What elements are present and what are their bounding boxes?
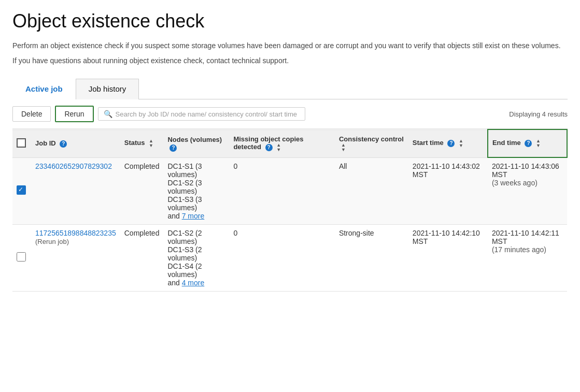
node-entry: DC1-S3 (2 volumes): [167, 245, 225, 262]
consistency-sort-icon[interactable]: ▲▼: [341, 143, 346, 152]
results-count: Displaying 4 results: [509, 110, 568, 118]
start-time-sort-icon[interactable]: ▲▼: [459, 139, 463, 148]
nodes-more-link[interactable]: 7 more: [182, 212, 205, 220]
th-nodes-label: Nodes (volumes): [167, 136, 222, 143]
row-consistency: All: [335, 157, 408, 224]
end-time-help-icon[interactable]: ?: [525, 140, 532, 147]
row-start-time: 2021-11-10 14:42:10 MST: [408, 224, 488, 291]
rerun-label: (Rerun job): [35, 238, 69, 245]
row-end-time: 2021-11-10 14:43:06 MST(3 weeks ago): [488, 157, 567, 224]
tab-job-history[interactable]: Job history: [76, 79, 139, 99]
th-nodes: Nodes (volumes) ?: [163, 129, 229, 157]
nodes-more: and 4 more: [167, 279, 225, 287]
table-row: 2334602652907829302CompletedDC1-S1 (3 vo…: [12, 157, 567, 224]
tabs-container: Active job Job history: [12, 79, 568, 99]
node-entry: DC1-S3 (3 volumes): [167, 195, 225, 212]
page-title: Object existence check: [12, 10, 568, 32]
delete-button[interactable]: Delete: [12, 106, 51, 122]
row-checkbox-cell[interactable]: [12, 224, 31, 291]
th-missing: Missing object copies detected ? ▲▼: [229, 129, 334, 157]
nodes-more: and 7 more: [167, 212, 225, 220]
row-job-id: 2334602652907829302: [31, 157, 120, 224]
node-entry: DC1-S2 (2 volumes): [167, 229, 225, 245]
th-consistency: Consistency control ▲▼: [335, 129, 408, 157]
row-checkbox-cell[interactable]: [12, 157, 31, 224]
status-sort-icon[interactable]: ▲▼: [149, 139, 153, 148]
select-all-checkbox[interactable]: [17, 138, 26, 148]
row-start-time: 2021-11-10 14:43:02 MST: [408, 157, 488, 224]
table-body: 2334602652907829302CompletedDC1-S1 (3 vo…: [12, 157, 567, 291]
th-end-time-label: End time: [492, 139, 521, 147]
th-start-time-label: Start time: [413, 139, 444, 147]
node-entry: DC1-S4 (2 volumes): [167, 262, 225, 279]
description-2: If you have questions about running obje…: [12, 55, 568, 66]
job-id-help-icon[interactable]: ?: [60, 140, 67, 148]
job-history-table: Job ID ? Status ▲▼ Nodes (volumes) ? Mis…: [12, 129, 568, 292]
description-1: Perform an object existence check if you…: [12, 40, 568, 51]
th-job-id: Job ID ?: [31, 129, 120, 157]
job-id-link[interactable]: 2334602652907829302: [35, 162, 112, 170]
th-select-all[interactable]: [12, 129, 31, 157]
row-checkbox[interactable]: [17, 252, 26, 262]
th-start-time: Start time ? ▲▼: [408, 129, 488, 157]
start-time-help-icon[interactable]: ?: [447, 140, 455, 147]
rerun-button[interactable]: Rerun: [55, 106, 93, 122]
row-missing: 0: [229, 157, 334, 224]
th-consistency-label: Consistency control: [339, 135, 404, 143]
search-icon: 🔍: [104, 110, 112, 118]
th-end-time: End time ? ▲▼: [488, 129, 567, 157]
row-missing: 0: [229, 224, 334, 291]
job-id-link[interactable]: 11725651898848823235: [35, 229, 116, 237]
end-time-relative: (17 minutes ago): [492, 245, 563, 254]
node-entry: DC1-S1 (3 volumes): [167, 162, 225, 179]
table-header-row: Job ID ? Status ▲▼ Nodes (volumes) ? Mis…: [12, 129, 567, 157]
nodes-more-link[interactable]: 4 more: [182, 279, 205, 287]
table-row: 11725651898848823235(Rerun job)Completed…: [12, 224, 567, 291]
missing-help-icon[interactable]: ?: [265, 144, 273, 151]
end-time-value: 2021-11-10 14:42:11 MST: [492, 229, 563, 245]
row-job-id: 11725651898848823235(Rerun job): [31, 224, 120, 291]
row-status: Completed: [120, 157, 164, 224]
row-nodes: DC1-S1 (3 volumes)DC1-S2 (3 volumes)DC1-…: [163, 157, 229, 224]
search-placeholder: Search by Job ID/ node name/ consistency…: [116, 110, 297, 118]
node-entry: DC1-S2 (3 volumes): [167, 179, 225, 195]
end-time-sort-icon[interactable]: ▲▼: [536, 139, 541, 148]
row-nodes: DC1-S2 (2 volumes)DC1-S3 (2 volumes)DC1-…: [163, 224, 229, 291]
row-status: Completed: [120, 224, 164, 291]
tab-active-job[interactable]: Active job: [12, 79, 76, 99]
missing-sort-icon[interactable]: ▲▼: [276, 143, 281, 152]
th-status-label: Status: [124, 139, 145, 147]
search-box[interactable]: 🔍 Search by Job ID/ node name/ consisten…: [98, 107, 305, 121]
toolbar: Delete Rerun 🔍 Search by Job ID/ node na…: [12, 99, 568, 129]
th-job-id-label: Job ID: [35, 139, 56, 147]
row-end-time: 2021-11-10 14:42:11 MST(17 minutes ago): [488, 224, 567, 291]
nodes-help-icon[interactable]: ?: [169, 144, 177, 152]
th-status: Status ▲▼: [120, 129, 164, 157]
row-consistency: Strong-site: [335, 224, 408, 291]
end-time-value: 2021-11-10 14:43:06 MST: [492, 162, 563, 179]
end-time-relative: (3 weeks ago): [492, 179, 563, 187]
row-checkbox-checked[interactable]: [17, 185, 26, 195]
